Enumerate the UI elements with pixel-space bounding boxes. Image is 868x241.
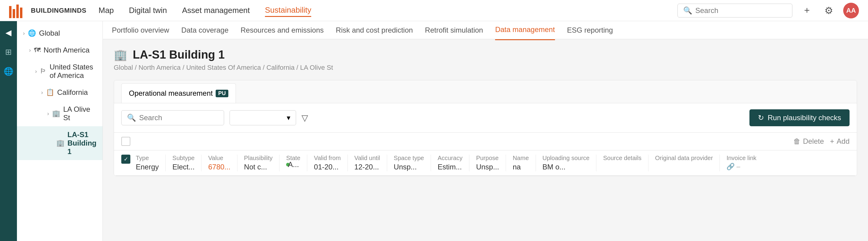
select-all-checkbox[interactable] bbox=[121, 137, 130, 146]
region-icon: 📋 bbox=[46, 89, 54, 96]
settings-button[interactable]: ⚙ bbox=[822, 3, 836, 18]
card-tabs: Operational measurement PU bbox=[114, 80, 857, 103]
col-accuracy-label: Accuracy bbox=[438, 154, 462, 162]
col-invoice-link: Invoice link 🔗 – bbox=[721, 154, 762, 171]
tab-data-coverage[interactable]: Data coverage bbox=[181, 21, 228, 40]
delete-button[interactable]: 🗑 Delete bbox=[793, 137, 824, 145]
chevron-icon: › bbox=[29, 47, 31, 54]
col-invoice-link-label: Invoice link bbox=[726, 154, 756, 162]
col-purpose-value: Unsp... bbox=[476, 163, 499, 171]
add-label: Add bbox=[837, 137, 849, 145]
sidebar-icon-collapse[interactable]: ◀ bbox=[2, 26, 15, 39]
tab-risk-cost[interactable]: Risk and cost prediction bbox=[336, 21, 413, 40]
logo-icon bbox=[9, 3, 27, 18]
svg-rect-0 bbox=[9, 6, 11, 18]
tab-operational-measurement[interactable]: Operational measurement PU bbox=[121, 83, 236, 103]
col-state: State A... bbox=[281, 154, 306, 166]
map-icon: 🗺 bbox=[34, 46, 40, 54]
tree-item-usa[interactable]: › 🏳 United States of America bbox=[17, 59, 102, 84]
col-valid-until-label: Valid until bbox=[354, 154, 380, 162]
col-valid-until: Valid until 12-20... bbox=[349, 154, 385, 171]
breadcrumb: Global / North America / United States O… bbox=[114, 64, 857, 72]
sub-nav: Portfolio overview Data coverage Resourc… bbox=[103, 21, 868, 39]
page-title: LA-S1 Building 1 bbox=[133, 48, 225, 61]
table-search-input[interactable] bbox=[139, 113, 218, 122]
top-nav-links: Map Digital twin Asset management Sustai… bbox=[99, 4, 665, 17]
col-type-value: Energy bbox=[136, 163, 159, 171]
chevron-down-icon: ▾ bbox=[287, 113, 290, 122]
col-state-value: A... bbox=[286, 163, 290, 166]
col-invoice-link-value[interactable]: 🔗 – bbox=[726, 163, 756, 171]
tree-item-label: Global bbox=[39, 29, 60, 37]
tree-item-la-olive[interactable]: › 🏢 LA Olive St bbox=[17, 101, 102, 126]
tree-item-label: United States of America bbox=[50, 63, 96, 80]
col-uploading-source: Uploading source BM o... bbox=[537, 154, 595, 171]
col-plausibility-label: Plausibility bbox=[244, 154, 273, 162]
col-subtype-label: Subtype bbox=[173, 154, 194, 162]
tree-item-global[interactable]: › 🌐 Global bbox=[17, 25, 102, 42]
building-icon: 🏢 bbox=[56, 139, 64, 147]
tab-retrofit[interactable]: Retrofit simulation bbox=[425, 21, 483, 40]
col-space-type: Space type Unsp... bbox=[388, 154, 430, 171]
tree-item-label: LA Olive St bbox=[63, 105, 96, 122]
col-original-data-provider-label: Original data provider bbox=[655, 154, 713, 162]
brand-name: BUILDINGMINDS bbox=[31, 7, 87, 14]
col-valid-until-value: 12-20... bbox=[354, 163, 380, 171]
nav-map[interactable]: Map bbox=[99, 4, 114, 16]
sidebar-icon-globe[interactable]: 🌐 bbox=[2, 65, 15, 78]
table-toolbar: 🔍 ▾ ▽ ↻ Run plausibility checks bbox=[114, 103, 857, 133]
col-subtype-value: Elect... bbox=[173, 163, 194, 171]
tree-item-california[interactable]: › 📋 California bbox=[17, 84, 102, 101]
col-plausibility: Plausibility Not c... bbox=[239, 154, 278, 171]
nav-asset-management[interactable]: Asset management bbox=[182, 4, 250, 16]
col-name-value: na bbox=[513, 163, 529, 171]
col-accuracy: Accuracy Estim... bbox=[432, 154, 468, 171]
svg-rect-3 bbox=[20, 7, 22, 18]
avatar[interactable]: AA bbox=[843, 3, 859, 19]
filter-button[interactable]: ▽ bbox=[302, 113, 308, 123]
chevron-icon: › bbox=[47, 110, 49, 117]
col-name: Name na bbox=[507, 154, 534, 171]
nav-digital-twin[interactable]: Digital twin bbox=[129, 4, 167, 16]
refresh-icon: ↻ bbox=[758, 113, 764, 122]
top-nav: BUILDINGMINDS Map Digital twin Asset man… bbox=[0, 0, 868, 21]
col-source-details: Source details bbox=[598, 154, 647, 163]
col-valid-from-label: Valid from bbox=[314, 154, 341, 162]
table-search-bar[interactable]: 🔍 bbox=[121, 110, 224, 125]
plus-icon: + bbox=[830, 137, 834, 145]
nav-sustainability[interactable]: Sustainability bbox=[265, 4, 311, 17]
row-checkbox[interactable]: ✓ bbox=[121, 154, 130, 164]
delete-label: Delete bbox=[803, 137, 824, 145]
tab-portfolio-overview[interactable]: Portfolio overview bbox=[112, 21, 169, 40]
col-value: Value 6780... bbox=[203, 154, 236, 171]
add-button[interactable]: + bbox=[800, 3, 814, 18]
tree-item-label: LA-S1 Building 1 bbox=[67, 131, 96, 156]
tree-item-label: North America bbox=[43, 46, 90, 55]
col-plausibility-value: Not c... bbox=[244, 163, 273, 171]
col-valid-from-value: 01-20... bbox=[314, 163, 341, 171]
run-plausibility-button[interactable]: ↻ Run plausibility checks bbox=[749, 109, 849, 126]
tab-data-management[interactable]: Data management bbox=[495, 21, 555, 40]
sidebar-icon-hierarchy[interactable]: ⊞ bbox=[2, 45, 15, 59]
globe-icon: 🌐 bbox=[28, 29, 36, 37]
tree-item-building1[interactable]: 🏢 LA-S1 Building 1 bbox=[17, 126, 102, 160]
col-uploading-source-value: BM o... bbox=[542, 163, 590, 171]
col-purpose: Purpose Unsp... bbox=[471, 154, 504, 171]
main-content: Portfolio overview Data coverage Resourc… bbox=[103, 21, 868, 241]
col-space-type-label: Space type bbox=[394, 154, 424, 162]
col-type-label: Type bbox=[136, 154, 159, 162]
filter-dropdown[interactable]: ▾ bbox=[229, 110, 296, 125]
tab-label: Operational measurement bbox=[129, 89, 213, 98]
global-search-bar[interactable]: 🔍 bbox=[678, 4, 793, 18]
tree-item-label: California bbox=[57, 88, 88, 97]
tab-esg-reporting[interactable]: ESG reporting bbox=[567, 21, 613, 40]
col-name-label: Name bbox=[513, 154, 529, 162]
tab-resources-emissions[interactable]: Resources and emissions bbox=[241, 21, 324, 40]
col-uploading-source-label: Uploading source bbox=[542, 154, 590, 162]
add-row-button[interactable]: + Add bbox=[830, 137, 849, 145]
search-icon: 🔍 bbox=[683, 6, 692, 15]
global-search-input[interactable] bbox=[695, 6, 787, 15]
chevron-icon: › bbox=[35, 68, 37, 75]
col-value-value: 6780... bbox=[208, 163, 230, 171]
tree-item-north-america[interactable]: › 🗺 North America bbox=[17, 42, 102, 59]
